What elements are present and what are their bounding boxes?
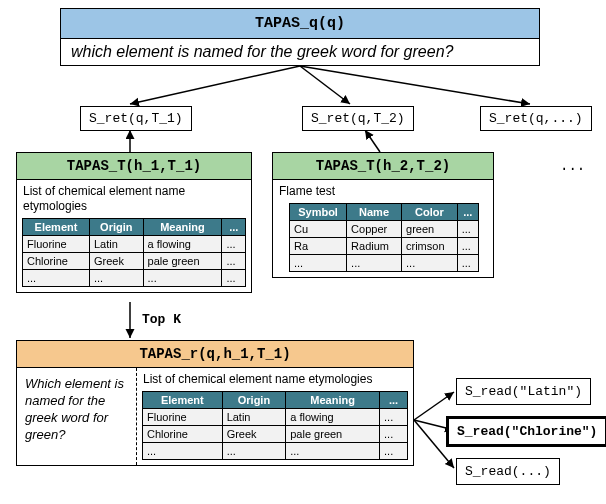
top-k-label: Top K	[142, 312, 181, 327]
card1-table: Element Origin Meaning ... FluorineLatin…	[22, 218, 246, 287]
ellipsis-icon: ...	[560, 158, 585, 174]
svg-line-2	[300, 66, 530, 104]
table-row: ChlorineGreekpale green...	[23, 253, 246, 270]
table-row: ............	[23, 270, 246, 287]
table-row: FluorineLatina flowing...	[23, 236, 246, 253]
svg-line-4	[365, 130, 380, 152]
table-row: ............	[290, 255, 479, 272]
query-text: which element is named for the greek wor…	[60, 39, 540, 66]
card2-title: Flame test	[273, 180, 493, 201]
sread-ellipsis: S_read(...)	[456, 458, 560, 485]
tapas-r-header: TAPAS_r(q,h_1,T_1)	[16, 340, 414, 368]
svg-line-1	[300, 66, 350, 104]
svg-line-0	[130, 66, 300, 104]
score-ret-3: S_ret(q,...)	[480, 106, 592, 131]
sread-chlorine: S_read("Chlorine")	[446, 416, 606, 447]
card2-table: Symbol Name Color ... CuCoppergreen... R…	[289, 203, 479, 272]
reader-question: Which element is named for the greek wor…	[17, 368, 137, 465]
reader-card-table: Element Origin Meaning ... FluorineLatin…	[142, 391, 408, 460]
card1-title: List of chemical element name etymologie…	[17, 180, 251, 216]
tapas-q-header: TAPAS_q(q)	[60, 8, 540, 39]
reader-card-title: List of chemical element name etymologie…	[137, 368, 413, 389]
table-row: FluorineLatina flowing...	[143, 409, 408, 426]
score-ret-1: S_ret(q,T_1)	[80, 106, 192, 131]
score-ret-2: S_ret(q,T_2)	[302, 106, 414, 131]
table-row: ChlorineGreekpale green...	[143, 426, 408, 443]
table-row: RaRadiumcrimson...	[290, 238, 479, 255]
table-row: CuCoppergreen...	[290, 221, 479, 238]
table-row: ............	[143, 443, 408, 460]
sread-latin: S_read("Latin")	[456, 378, 591, 405]
tapas-t1-header: TAPAS_T(h_1,T_1)	[16, 152, 252, 180]
tapas-t2-header: TAPAS_T(h_2,T_2)	[272, 152, 494, 180]
